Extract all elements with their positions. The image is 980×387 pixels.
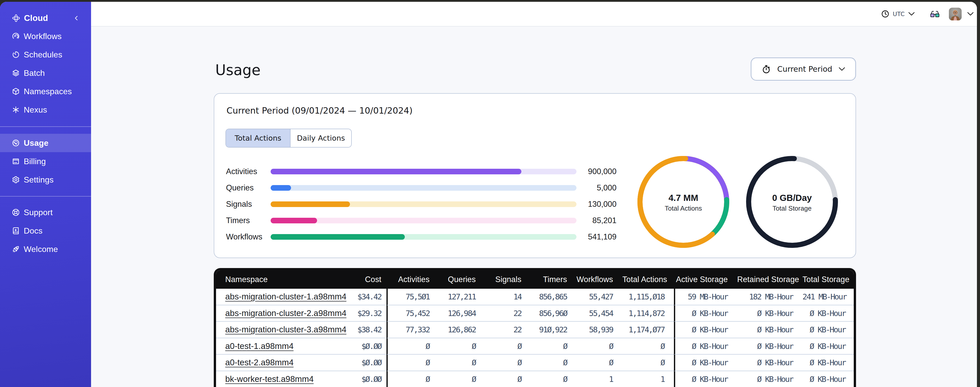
- cell-workflows: 55,427: [576, 289, 622, 305]
- billing-icon: [12, 157, 20, 165]
- bar-label: Activities: [226, 167, 257, 176]
- sidebar-item-welcome[interactable]: Welcome: [0, 240, 91, 258]
- sidebar-collapse-button[interactable]: [74, 16, 79, 21]
- cell-queries: 126,984: [439, 305, 485, 322]
- bar-label: Queries: [226, 183, 254, 192]
- namespace-link[interactable]: a0-test-2.a98mm4: [225, 358, 294, 367]
- namespace-cell: a0-test-1.a98mm4: [216, 338, 324, 355]
- cell-total_storage: Ø KB-Hour: [802, 338, 854, 355]
- cell-timers: Ø: [531, 338, 576, 355]
- namespace-link[interactable]: bk-worker-test.a98mm4: [225, 374, 314, 384]
- cell-retained_storage: Ø KB-Hour: [737, 305, 802, 322]
- bar-track: [270, 169, 576, 174]
- cell-timers: 91Ø,922: [531, 321, 576, 338]
- cell-signals: Ø: [485, 355, 531, 371]
- cell-cost: $Ø.ØØ: [324, 338, 387, 355]
- bar-value: 130,000: [588, 200, 617, 209]
- sidebar-brand[interactable]: Cloud: [0, 10, 91, 27]
- column-header-workflows: Workflows: [576, 270, 622, 289]
- column-header-signals: Signals: [485, 270, 531, 289]
- usage-summary-card: Current Period (09/01/2024 — 10/01/2024)…: [214, 93, 856, 258]
- cell-cost: $Ø.ØØ: [324, 355, 387, 371]
- namespace-link[interactable]: abs-migration-cluster-2.a98mm4: [225, 309, 347, 318]
- bar-track: [270, 218, 576, 223]
- donut-label: Total Storage: [746, 205, 838, 213]
- total-actions-donut: 4.7 MMTotal Actions: [638, 156, 729, 248]
- cell-total_storage: 241 MB-Hour: [802, 289, 854, 305]
- bar-value: 85,201: [592, 216, 617, 225]
- column-header-namespace: Namespace: [216, 270, 324, 289]
- sidebar-item-nexus[interactable]: Nexus: [0, 101, 91, 119]
- bar-fill: [270, 201, 350, 207]
- table-header-row: NamespaceCostActivitiesQueriesSignalsTim…: [216, 270, 854, 289]
- sidebar-item-docs[interactable]: Docs: [0, 222, 91, 240]
- column-header-activities: Activities: [387, 270, 439, 289]
- clock-icon: [881, 10, 889, 18]
- account-menu-chevron-icon[interactable]: [967, 12, 974, 16]
- column-header-retained_storage: Retained Storage: [737, 270, 802, 289]
- sidebar-item-support[interactable]: Support: [0, 203, 91, 222]
- cell-total_actions: 1,115,Ø18: [622, 289, 674, 305]
- cell-queries: 126,862: [439, 321, 485, 338]
- workflows-icon: [12, 32, 20, 40]
- bar-track: [270, 185, 576, 191]
- cloud-logo-icon: [11, 14, 21, 23]
- main-content: Usage Current Period Current Period (09/…: [91, 27, 977, 387]
- namespace-cell: a0-test-2.a98mm4: [216, 355, 324, 371]
- cell-activities: 77,332: [387, 321, 439, 338]
- tab-total-actions[interactable]: Total Actions: [226, 129, 290, 147]
- tab-daily-actions[interactable]: Daily Actions: [290, 129, 352, 147]
- sidebar-item-batch[interactable]: Batch: [0, 64, 91, 82]
- cell-workflows: 58,939: [576, 321, 622, 338]
- glasses-icon[interactable]: [930, 10, 939, 18]
- column-header-cost: Cost: [324, 270, 387, 289]
- sidebar-item-label: Namespaces: [24, 87, 72, 96]
- cell-total_actions: 1: [622, 371, 674, 387]
- usage-icon: [12, 139, 20, 147]
- cell-active_storage: Ø KB-Hour: [674, 371, 737, 387]
- cell-total_actions: Ø: [622, 355, 674, 371]
- sidebar-item-settings[interactable]: Settings: [0, 171, 91, 189]
- sidebar-item-label: Schedules: [24, 50, 62, 59]
- table-row: bk-worker-test.a98mm4$Ø.ØØØØØØ11Ø KB-Hou…: [216, 371, 854, 387]
- cell-active_storage: Ø KB-Hour: [674, 338, 737, 355]
- sidebar-item-workflows[interactable]: Workflows: [0, 27, 91, 45]
- namespace-link[interactable]: abs-migration-cluster-1.a98mm4: [225, 292, 347, 301]
- sidebar-nav: WorkflowsSchedulesBatchNamespacesNexusUs…: [0, 27, 91, 258]
- app-window: Cloud WorkflowsSchedulesBatchNamespacesN…: [0, 2, 977, 387]
- bar-fill: [270, 169, 521, 174]
- namespace-link[interactable]: abs-migration-cluster-3.a98mm4: [225, 325, 347, 334]
- bar-value: 900,000: [588, 167, 617, 176]
- table-row: a0-test-1.a98mm4$Ø.ØØØØØØØØØ KB-HourØ KB…: [216, 338, 854, 355]
- cell-timers: Ø: [531, 355, 576, 371]
- donut-value: 0 GB/Day: [746, 193, 838, 203]
- cell-workflows: 55,454: [576, 305, 622, 322]
- timezone-selector[interactable]: UTC: [881, 10, 915, 18]
- period-select-button[interactable]: Current Period: [751, 58, 856, 81]
- stopwatch-icon: [762, 65, 771, 74]
- cell-timers: 856,865: [531, 289, 576, 305]
- batch-icon: [12, 69, 20, 77]
- cell-retained_storage: 182 MB-Hour: [737, 289, 802, 305]
- bar-fill: [270, 185, 291, 191]
- cell-active_storage: Ø KB-Hour: [674, 305, 737, 322]
- column-header-total_actions: Total Actions: [622, 270, 674, 289]
- sidebar-item-billing[interactable]: Billing: [0, 152, 91, 171]
- cell-signals: Ø: [485, 338, 531, 355]
- namespace-cell: bk-worker-test.a98mm4: [216, 371, 324, 387]
- cell-queries: Ø: [439, 371, 485, 387]
- sidebar-divider: [0, 189, 91, 203]
- sidebar-item-schedules[interactable]: Schedules: [0, 45, 91, 64]
- sidebar-item-label: Support: [24, 208, 52, 217]
- column-header-queries: Queries: [439, 270, 485, 289]
- cell-queries: Ø: [439, 338, 485, 355]
- namespace-usage-table: NamespaceCostActivitiesQueriesSignalsTim…: [214, 268, 856, 387]
- page-title: Usage: [215, 62, 261, 78]
- namespace-link[interactable]: a0-test-1.a98mm4: [225, 341, 294, 351]
- cell-retained_storage: Ø KB-Hour: [737, 355, 802, 371]
- sidebar-item-namespaces[interactable]: Namespaces: [0, 82, 91, 101]
- sidebar-item-usage[interactable]: Usage: [0, 134, 91, 152]
- bar-row-activities: Activities900,000: [214, 163, 617, 180]
- avatar[interactable]: [949, 8, 962, 21]
- cell-activities: Ø: [387, 371, 439, 387]
